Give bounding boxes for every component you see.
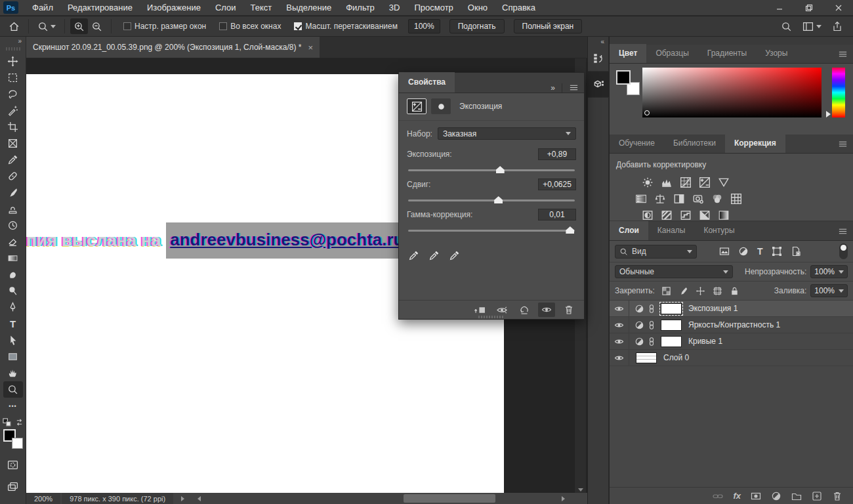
restore-button[interactable] (794, 0, 823, 15)
document-tab[interactable]: Скриншот 20.09.21_00.05.39.png @ 200% (Э… (26, 37, 320, 58)
tab-color[interactable]: Цвет (610, 44, 646, 63)
panel-menu-icon[interactable] (838, 139, 848, 149)
visibility-eye-icon[interactable] (610, 333, 629, 349)
slider-track[interactable] (408, 200, 575, 201)
collapse-dock-icon[interactable]: « (588, 37, 608, 45)
clip-to-layer-icon[interactable] (471, 303, 488, 317)
mask-properties-icon[interactable] (431, 98, 451, 114)
saturation-brightness-field[interactable] (642, 68, 822, 117)
eyedropper-tool-icon[interactable] (3, 152, 23, 168)
history-brush-tool-icon[interactable] (3, 217, 23, 234)
scroll-down-icon[interactable] (578, 488, 583, 492)
history-panel-icon[interactable] (588, 45, 609, 72)
channel-mixer-icon[interactable] (711, 193, 724, 205)
levels-icon[interactable] (660, 177, 673, 188)
tab-libraries[interactable]: Библиотеки (664, 134, 725, 153)
tab-patterns[interactable]: Узоры (756, 44, 797, 63)
new-adjustment-layer-icon[interactable] (771, 491, 781, 501)
pen-tool-icon[interactable] (3, 299, 23, 316)
mask-link-icon[interactable] (647, 320, 656, 330)
panel-menu-icon[interactable] (838, 226, 848, 236)
collapse-panel-icon[interactable]: » (551, 83, 555, 93)
move-tool-icon[interactable] (3, 53, 23, 70)
brightness-contrast-icon[interactable] (641, 177, 654, 188)
menu-type[interactable]: Текст (243, 0, 280, 16)
toggle-visibility-icon[interactable] (538, 303, 555, 317)
zoom-level-field[interactable]: 100% (408, 19, 440, 33)
crop-tool-icon[interactable] (3, 119, 23, 135)
workspace-switcher[interactable] (802, 22, 822, 32)
white-point-eyedropper-icon[interactable] (449, 250, 460, 261)
gradient-tool-icon[interactable] (3, 250, 23, 266)
fill-screen-button[interactable]: Полный экран (514, 19, 583, 33)
layer-mask-thumbnail[interactable] (661, 336, 682, 347)
object-selection-tool-icon[interactable] (3, 102, 23, 119)
slider-thumb[interactable] (496, 166, 505, 173)
close-tab-icon[interactable]: × (308, 43, 313, 52)
toolbar-grip[interactable] (6, 47, 20, 51)
menu-layers[interactable]: Слои (208, 0, 243, 16)
lock-position-icon[interactable] (696, 286, 705, 296)
menu-file[interactable]: Файл (25, 0, 60, 16)
lock-all-icon[interactable] (730, 286, 739, 296)
tab-gradients[interactable]: Градиенты (698, 44, 756, 63)
foreground-swatch[interactable] (616, 70, 631, 85)
zoom-in-button[interactable] (70, 18, 88, 34)
visibility-eye-icon[interactable] (610, 317, 629, 333)
menu-3d[interactable]: 3D (382, 0, 407, 16)
hand-tool-icon[interactable] (3, 365, 23, 381)
status-zoom-level[interactable]: 200% (26, 493, 60, 504)
brush-tool-icon[interactable] (3, 184, 23, 201)
filter-pixel-layers-icon[interactable] (719, 246, 730, 257)
panel-resize-grip[interactable] (478, 316, 505, 318)
preset-select[interactable]: Заказная (438, 127, 576, 140)
layer-mask-thumbnail[interactable] (661, 320, 682, 331)
photo-filter-icon[interactable] (692, 193, 705, 205)
slider-track[interactable] (408, 169, 575, 171)
healing-brush-tool-icon[interactable] (3, 168, 23, 184)
layer-name[interactable]: Яркость/Контрастность 1 (688, 320, 780, 329)
filter-adjustment-layers-icon[interactable] (738, 246, 749, 257)
screen-mode-icon[interactable] (3, 478, 23, 495)
zoom-out-button[interactable] (88, 18, 106, 34)
smudge-tool-icon[interactable] (3, 266, 23, 283)
zoom-tool-button[interactable] (3, 381, 23, 398)
slider-thumb[interactable] (566, 226, 574, 234)
close-button[interactable] (823, 0, 853, 15)
checkbox-checked[interactable] (294, 22, 302, 30)
zoom-tool-icon[interactable] (34, 18, 59, 34)
color-balance-icon[interactable] (654, 193, 667, 205)
black-white-icon[interactable] (673, 193, 686, 205)
tab-properties[interactable]: Свойства (399, 72, 455, 93)
layer-row-exposure[interactable]: Экспозиция 1 (610, 301, 853, 317)
blend-mode-select[interactable]: Обычные (615, 265, 733, 278)
type-tool-icon[interactable]: T (3, 316, 23, 332)
eraser-tool-icon[interactable] (3, 234, 23, 250)
checkbox-unchecked[interactable] (219, 22, 227, 30)
tab-learn[interactable]: Обучение (610, 134, 664, 153)
layer-row-brightness-contrast[interactable]: Яркость/Контрастность 1 (610, 317, 853, 333)
share-icon[interactable] (832, 21, 843, 32)
slider-value-field[interactable]: +0,89 (538, 148, 576, 160)
slider-track[interactable] (408, 230, 575, 232)
layer-name[interactable]: Кривые 1 (688, 337, 722, 346)
hue-strip[interactable] (832, 68, 845, 117)
menu-window[interactable]: Окно (461, 0, 495, 16)
properties-panel-icon[interactable] (588, 72, 609, 98)
lock-transparency-icon[interactable] (661, 286, 671, 296)
posterize-icon[interactable] (660, 209, 673, 221)
checkbox-unchecked[interactable] (123, 22, 131, 30)
add-mask-icon[interactable] (751, 491, 761, 501)
resize-windows-option[interactable]: Настр. размер окон (123, 22, 206, 31)
reset-adjustment-icon[interactable] (516, 303, 533, 317)
mask-link-icon[interactable] (647, 304, 656, 314)
frame-tool-icon[interactable] (3, 135, 23, 152)
filter-shape-layers-icon[interactable] (772, 246, 782, 257)
marquee-tool-icon[interactable] (3, 70, 23, 86)
hue-slider-arrow[interactable] (826, 111, 831, 117)
layer-row-layer0[interactable]: Слой 0 (610, 350, 853, 366)
status-expand-icon[interactable] (181, 496, 184, 501)
menu-filter[interactable]: Фильтр (339, 0, 382, 16)
layer-name[interactable]: Экспозиция 1 (688, 304, 738, 313)
scroll-right-icon[interactable] (562, 496, 565, 501)
